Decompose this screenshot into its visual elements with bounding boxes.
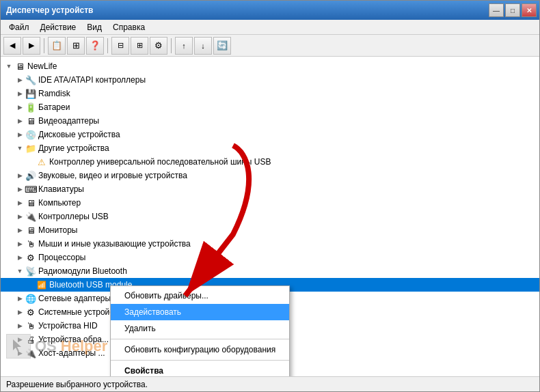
menu-bar: Файл Действие Вид Справка <box>1 20 539 35</box>
menu-action[interactable]: Действие <box>35 21 82 33</box>
other-label: Другие устройства <box>38 143 109 153</box>
expand-video[interactable]: ▶ <box>14 115 25 126</box>
ctx-uninstall[interactable]: Удалить <box>111 320 289 337</box>
bluetooth-icon: 📶 <box>36 279 47 290</box>
properties-button[interactable]: 📋 <box>48 37 66 55</box>
help-button[interactable]: ❓ <box>86 37 104 55</box>
toolbar-separator-1 <box>44 38 44 53</box>
host-label: Хост-адаптеры ... <box>38 348 105 358</box>
cpu-label: Процессоры <box>38 253 86 262</box>
video-icon: 🖥 <box>25 115 36 126</box>
expand-hid[interactable]: ▶ <box>14 320 25 331</box>
root-label: NewLife <box>27 61 57 71</box>
list-item[interactable]: ▶ 🖥 Видеоадаптеры <box>1 114 539 128</box>
expand-imaging[interactable]: ▶ <box>14 334 25 345</box>
bluetooth-folder-label: Радиомодули Bluetooth <box>38 266 127 276</box>
up-button[interactable]: ↑ <box>175 37 193 55</box>
ctx-properties[interactable]: Свойства <box>111 363 289 376</box>
maximize-button[interactable]: □ <box>505 3 520 17</box>
expand-ramdisk[interactable]: ▶ <box>14 88 25 99</box>
list-item[interactable]: ▶ 💿 Дисковые устройства <box>1 128 539 141</box>
warning-icon: ⚠ <box>36 156 47 167</box>
computer-label: Компьютер <box>38 198 81 208</box>
list-item[interactable]: ▶ 🖥 Компьютер <box>1 196 539 210</box>
expand-disk[interactable]: ▶ <box>14 129 25 140</box>
expand-usb[interactable]: ▶ <box>14 211 25 222</box>
keyboard-icon: ⌨ <box>25 184 36 195</box>
scan-button[interactable]: ⊞ <box>67 37 85 55</box>
list-item[interactable]: ▶ ⌨ Клавиатуры <box>1 182 539 196</box>
list-item[interactable]: ▶ 🔌 Контроллеры USB <box>1 210 539 223</box>
menu-help[interactable]: Справка <box>107 21 150 33</box>
expand-bt-module <box>25 279 36 290</box>
ide-label: IDE ATA/ATAPI контроллеры <box>38 75 146 85</box>
menu-view[interactable]: Вид <box>81 21 107 33</box>
system-icon: ⚙ <box>25 307 36 318</box>
back-button[interactable]: ◀ <box>3 37 21 55</box>
ctx-scan-hardware[interactable]: Обновить конфигурацию оборудования <box>111 341 289 358</box>
ctx-update-drivers[interactable]: Обновить драйверы... <box>111 288 289 304</box>
expand-usb-ctrl <box>25 156 36 167</box>
list-item[interactable]: ▶ 🔊 Звуковые, видео и игровые устройства <box>1 169 539 182</box>
list-item[interactable]: ▶ 🔧 IDE ATA/ATAPI контроллеры <box>1 73 539 87</box>
context-menu: Обновить драйверы... Задействовать Удали… <box>110 285 290 376</box>
toolbar: ◀ ▶ 📋 ⊞ ❓ ⊟ ⊞ ⚙ ↑ ↓ 🔄 <box>1 35 539 57</box>
expand-system[interactable]: ▶ <box>14 307 25 318</box>
list-item[interactable]: ▶ 🔋 Батареи <box>1 100 539 114</box>
status-text: Разрешение выбранного устройства. <box>6 380 148 389</box>
expand-other[interactable]: ▼ <box>14 143 25 154</box>
monitor-label: Мониторы <box>38 225 77 235</box>
refresh-button[interactable]: ⚙ <box>150 37 167 55</box>
title-bar: Диспетчер устройств — □ ✕ <box>1 1 539 20</box>
disk-icon: 💿 <box>25 129 36 140</box>
expand-cpu[interactable]: ▶ <box>14 252 25 263</box>
expand-ide[interactable]: ▶ <box>14 74 25 85</box>
status-bar: Разрешение выбранного устройства. <box>1 376 539 391</box>
tree-root[interactable]: ▼ 🖥 NewLife <box>1 59 539 73</box>
list-item[interactable]: ▶ 🖱 Мыши и иные указывающие устройства <box>1 237 539 251</box>
root-expand[interactable]: ▼ <box>3 61 14 72</box>
network-icon: 🌐 <box>25 293 36 304</box>
host-icon: 🔌 <box>25 348 36 359</box>
expand-battery[interactable]: ▶ <box>14 102 25 113</box>
video-label: Видеоадаптеры <box>38 116 99 126</box>
expand-mouse[interactable]: ▶ <box>14 238 25 249</box>
expand-bluetooth[interactable]: ▼ <box>14 266 25 277</box>
expand-monitor[interactable]: ▶ <box>14 225 25 236</box>
folder-icon: 📁 <box>25 143 36 154</box>
list-item[interactable]: ▶ 🖥 Мониторы <box>1 223 539 237</box>
update-button[interactable]: ⊞ <box>131 37 148 55</box>
expand-computer[interactable]: ▶ <box>14 197 25 208</box>
list-item[interactable]: ▶ ⚙ Процессоры <box>1 251 539 264</box>
uninstall-button[interactable]: ⊟ <box>111 37 129 55</box>
list-item[interactable]: ▼ 📁 Другие устройства <box>1 141 539 155</box>
disk-label: Дисковые устройства <box>38 130 120 139</box>
list-item[interactable]: ▶ 💾 Ramdisk <box>1 87 539 100</box>
ide-icon: 🔧 <box>25 74 36 85</box>
ctx-enable[interactable]: Задействовать <box>111 304 289 320</box>
down-button[interactable]: ↓ <box>194 37 212 55</box>
minimize-button[interactable]: — <box>489 3 504 17</box>
menu-file[interactable]: Файл <box>3 21 35 33</box>
expand-host[interactable]: ▶ <box>14 348 25 359</box>
ramdisk-label: Ramdisk <box>38 89 70 98</box>
hid-icon: 🖱 <box>25 320 36 331</box>
list-item[interactable]: ⚠ Контроллер универсальной последователь… <box>1 155 539 169</box>
mouse-label: Мыши и иные указывающие устройства <box>38 239 191 249</box>
usb-label: Контроллеры USB <box>38 212 109 221</box>
computer-icon: 🖥 <box>14 61 25 72</box>
expand-network[interactable]: ▶ <box>14 293 25 304</box>
reload-button[interactable]: 🔄 <box>213 37 231 55</box>
monitor-icon: 🖥 <box>25 225 36 236</box>
device-manager-window: Диспетчер устройств — □ ✕ Файл Действие … <box>0 0 540 392</box>
close-button[interactable]: ✕ <box>522 3 537 17</box>
forward-button[interactable]: ▶ <box>23 37 40 55</box>
network-label: Сетевые адаптеры <box>38 294 111 303</box>
usb-icon: 🔌 <box>25 211 36 222</box>
expand-sound[interactable]: ▶ <box>14 170 25 181</box>
list-item[interactable]: ▼ 📡 Радиомодули Bluetooth <box>1 264 539 278</box>
sound-icon: 🔊 <box>25 170 36 181</box>
window-title: Диспетчер устройств <box>6 5 93 15</box>
imaging-label: Устройства обра... <box>38 335 109 344</box>
toolbar-separator-3 <box>171 38 172 53</box>
